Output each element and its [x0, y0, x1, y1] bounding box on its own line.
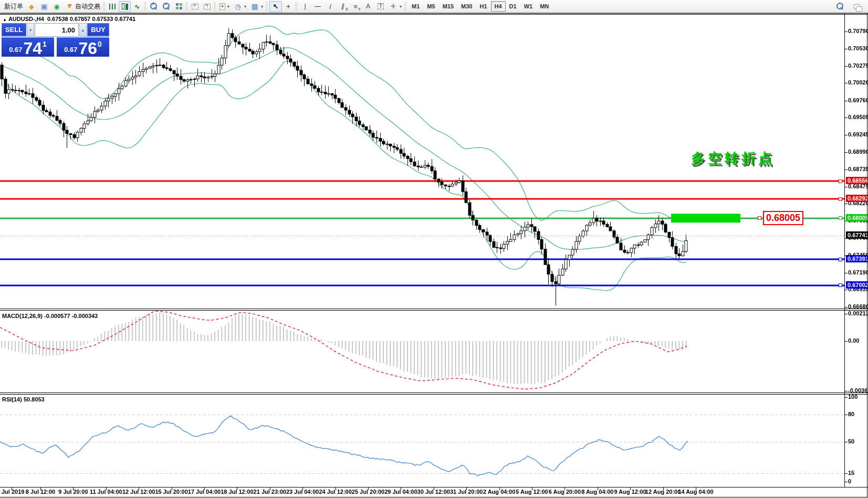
symbol-ohlc: 0.67538 0.67857 0.67533 0.67741 — [47, 16, 135, 22]
horizontal-line-button[interactable] — [311, 1, 324, 12]
equidistant-channel-button[interactable]: E — [337, 1, 349, 12]
price-axis-tick: 0.70790 — [848, 28, 868, 34]
chart-window-top-border — [0, 13, 868, 14]
candlestick-chart-icon — [122, 3, 124, 9]
rsi-panel-divider[interactable] — [0, 393, 868, 393]
trendline-button[interactable] — [324, 1, 337, 12]
hline-anchor-icon — [839, 179, 842, 183]
timeframe-button-m1[interactable]: M1 — [408, 1, 423, 12]
buy-price-display[interactable]: 0.67 76 0 — [57, 37, 109, 57]
icon-subletter: F — [359, 7, 361, 11]
fibonacci-button[interactable]: F — [349, 1, 362, 12]
callout-anchor-icon — [758, 216, 761, 220]
text-button[interactable] — [362, 1, 374, 12]
rsi-panel-divider-2[interactable] — [0, 394, 868, 395]
bar-chart-button[interactable] — [107, 1, 119, 12]
tile-windows-button[interactable] — [173, 1, 185, 12]
volume-up-button[interactable]: ▲ — [79, 23, 87, 37]
macd-panel-divider-2[interactable] — [0, 310, 868, 311]
volume-input[interactable] — [35, 23, 79, 37]
toolbar: 新订单自动交易▾▾▾EF▾M1M5M15M30H1H4D1W1MN — [0, 0, 868, 13]
symbol-title: AUDUSD-,H4 — [8, 16, 44, 22]
time-axis-label: 9 Jul 20:00 — [58, 489, 88, 495]
hline-anchor-icon — [839, 258, 842, 261]
rsi-axis-tick: 15 — [848, 470, 854, 476]
hline-price-label: 0.67391 — [846, 255, 868, 262]
time-axis-label: 30 Jul 12:00 — [417, 489, 450, 495]
candlestick-chart-button[interactable] — [119, 1, 131, 12]
buy-button[interactable]: BUY — [87, 23, 109, 37]
zoom-out-button[interactable] — [160, 1, 173, 12]
toolbar-separator — [103, 2, 105, 10]
timeframe-button-m5[interactable]: M5 — [423, 1, 438, 12]
price-axis-tick: 0.69760 — [848, 97, 868, 103]
buy-price-small: 0.67 — [64, 46, 77, 54]
signal-icon-button[interactable] — [50, 1, 63, 12]
arrows-icon — [389, 2, 398, 10]
toolbar-separator — [295, 2, 297, 10]
new-order-button[interactable]: 新订单 — [2, 1, 25, 12]
chart-template-button[interactable]: ▾ — [248, 1, 265, 12]
timeframe-button-mn[interactable]: MN — [536, 1, 552, 12]
search-button[interactable] — [834, 1, 846, 12]
rsi-axis-tick: 0 — [848, 478, 851, 484]
crosshair-button[interactable] — [282, 1, 295, 12]
rsi-name: RSI(14) — [2, 396, 22, 402]
timeframe-button-h4[interactable]: H4 — [491, 1, 506, 12]
chart-shift-button[interactable] — [201, 1, 213, 12]
new-chart-button[interactable]: ▾ — [217, 1, 232, 12]
chart-profile-icon-button[interactable] — [25, 1, 38, 12]
zoom-in-button[interactable] — [148, 1, 160, 12]
chart-canvas[interactable] — [0, 0, 868, 498]
current-price-label: 0.67741 — [846, 231, 868, 239]
price-callout-label[interactable]: 0.68005 — [763, 211, 803, 225]
tile-windows-icon — [176, 3, 182, 9]
timeframe-button-d1[interactable]: D1 — [506, 1, 520, 12]
timeframe-button-m15[interactable]: M15 — [439, 1, 457, 12]
chevron-down-icon: ▾ — [227, 4, 229, 9]
time-axis-label: 5 Aug 12:00 — [516, 489, 548, 495]
sell-price-display[interactable]: 0.67 74 1 — [2, 37, 54, 57]
terminal-icon-button[interactable] — [38, 1, 50, 12]
chart-annotation-text[interactable]: 多空转折点 — [691, 149, 775, 168]
window-bottom-border — [0, 497, 868, 497]
chat-button[interactable] — [851, 1, 863, 12]
time-axis-label: 9 Aug 12:00 — [614, 489, 646, 495]
price-axis-tick: 0.70275 — [848, 62, 868, 69]
time-axis-label: 14 Aug 04:00 — [678, 489, 713, 495]
zoom-out-icon — [162, 2, 171, 10]
timeframe-button-h1[interactable]: H1 — [476, 1, 490, 12]
hline-price-label: 0.67002 — [846, 281, 868, 289]
symbol-marker-icon: ▲ — [3, 17, 7, 22]
auto-trading-button-label: 自动交易 — [75, 2, 100, 11]
time-axis-border — [0, 487, 868, 488]
text-label-icon — [377, 2, 385, 10]
time-axis-label: 24 Jul 12:00 — [319, 489, 351, 495]
time-axis-label: 12 Aug 20:00 — [645, 489, 681, 495]
auto-scroll-button[interactable] — [189, 1, 201, 12]
vertical-line-icon — [301, 2, 309, 10]
timeframe-button-w1[interactable]: W1 — [520, 1, 537, 12]
volume-down-button[interactable]: ▼ — [27, 23, 34, 37]
buy-price-sup: 0 — [98, 40, 102, 48]
text-icon — [364, 2, 372, 10]
toolbar-separator — [404, 2, 406, 10]
time-axis-label: 12 Jul 12:00 — [122, 489, 155, 495]
line-chart-button[interactable] — [131, 1, 143, 12]
price-axis-tick: 0.68735 — [848, 166, 868, 172]
profiles-button[interactable]: ▾ — [232, 1, 248, 12]
chat-icon — [854, 4, 860, 9]
cursor-button[interactable] — [269, 1, 282, 12]
arrows-button[interactable]: ▾ — [387, 1, 404, 12]
rsi-axis-tick: 80 — [848, 411, 854, 417]
sell-button[interactable]: SELL — [2, 23, 26, 37]
text-label-button[interactable] — [374, 1, 387, 12]
macd-panel-divider[interactable] — [0, 309, 868, 309]
vertical-line-button[interactable] — [299, 1, 311, 12]
timeframe-button-m30[interactable]: M30 — [457, 1, 476, 12]
chevron-down-icon: ▾ — [261, 4, 263, 9]
time-axis-label: 8 Aug 04:00 — [581, 489, 613, 495]
hline-price-label: 0.68292 — [846, 195, 868, 202]
auto-trading-button[interactable]: 自动交易 — [63, 1, 102, 12]
signal-icon-icon — [53, 2, 61, 10]
